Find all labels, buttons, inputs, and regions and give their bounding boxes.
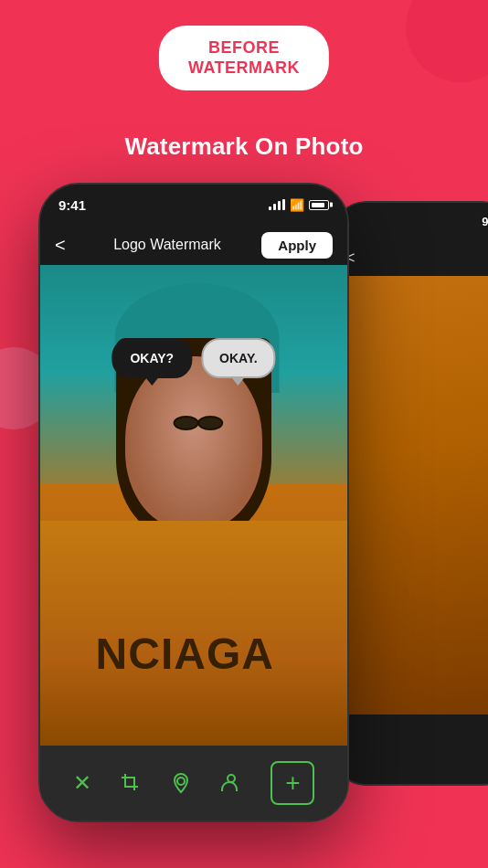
svg-point-1 (228, 775, 235, 782)
status-time: 9:41 (58, 197, 86, 213)
photo-area: NCIAGA OKAY? OKAY. (40, 265, 347, 749)
topbar-title: Logo Watermark (73, 237, 262, 253)
toolbar-add-button[interactable]: + (271, 761, 314, 805)
phone-topbar: < Logo Watermark Apply (40, 225, 347, 265)
cloud-okay-dark: OKAY? (111, 338, 192, 378)
status-bar: 9:41 📶 (40, 185, 347, 225)
toolbar-person-icon[interactable] (220, 772, 242, 794)
toolbar-location-icon[interactable] (170, 772, 192, 794)
phone-main: 9:41 📶 < Logo Watermark Apply (38, 183, 349, 822)
deco-circle-top-right (406, 0, 488, 82)
battery-icon (309, 200, 329, 210)
toolbar-close-icon[interactable]: ✕ (73, 770, 91, 796)
left-eye (174, 416, 199, 430)
before-badge-text: BEFORE WATERMARK (188, 38, 300, 78)
signal-icon (269, 199, 285, 210)
phone-secondary: 9:4 < (333, 201, 488, 786)
cloud-okay-light: OKAY. (201, 338, 276, 378)
right-eye (197, 416, 223, 430)
status-icons: 📶 (269, 198, 329, 212)
toolbar-crop-icon[interactable] (120, 772, 142, 794)
svg-point-0 (177, 778, 185, 785)
plus-icon: + (285, 770, 300, 796)
ciaga-text: NCIAGA (96, 632, 274, 676)
page-heading: Watermark On Photo (0, 132, 488, 161)
wifi-icon: 📶 (290, 198, 304, 212)
secondary-photo (334, 276, 488, 715)
back-button[interactable]: < (55, 235, 66, 256)
before-badge: BEFORE WATERMARK (159, 26, 329, 90)
phone-toolbar: ✕ + (40, 746, 347, 820)
secondary-time: 9:4 (482, 215, 488, 228)
apply-button[interactable]: Apply (261, 232, 333, 259)
secondary-notch: 9:4 (334, 203, 488, 239)
secondary-topbar: < (334, 239, 488, 276)
watermark-clouds: OKAY? OKAY. (111, 338, 275, 378)
